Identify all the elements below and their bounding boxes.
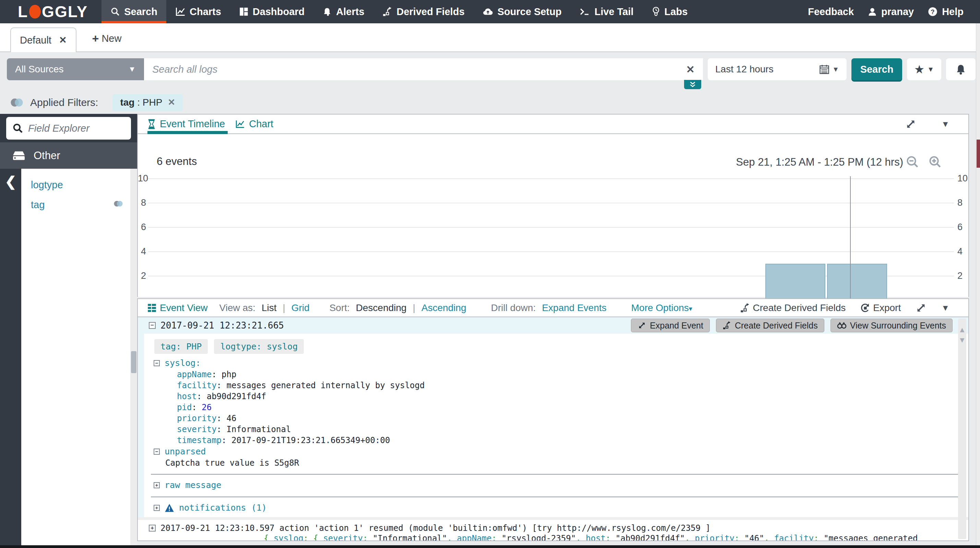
event-list-scrollbar[interactable]: ▲ ▼ [958,319,966,539]
page-scrollbar[interactable] [976,23,980,545]
event-row-header[interactable]: − 2017-09-21 12:23:21.665 Expand Event C… [138,317,968,334]
collapse-sidebar-chevron-icon[interactable]: ❮ [0,174,21,189]
collapse-panel-chevron-icon[interactable]: ▼ [941,303,950,313]
sidebar-field-tag[interactable]: tag [21,195,137,215]
nav-item-live-tail[interactable]: Live Tail [571,0,643,23]
scroll-up-icon[interactable]: ▲ [958,325,966,335]
sidebar-scrollbar-thumb[interactable] [131,351,137,373]
drive-icon [12,150,26,161]
create-derived-fields-button[interactable]: Create Derived Fields [740,303,846,314]
remove-filter-icon[interactable]: ✕ [168,97,175,108]
zoom-out-icon[interactable] [906,155,919,168]
histogram-bar-2[interactable] [827,264,887,300]
loggly-logo[interactable]: LGGLY [0,0,102,23]
close-icon[interactable]: ✕ [59,35,67,46]
view-as-grid-option[interactable]: Grid [291,303,310,314]
raw-message-label[interactable]: raw message [165,480,221,491]
main-content: Field Explorer Other ❮ logtype tag [0,114,980,545]
syslog-field-facility: facility: messages generated internally … [149,380,968,391]
notifications-section-header: + notifications (1) [149,502,968,514]
collapse-event-icon[interactable]: − [149,322,156,329]
alerts-bell-button[interactable] [946,58,975,80]
nav-item-user[interactable]: pranay [861,0,921,23]
view-as-list-option[interactable]: List [262,303,277,314]
chip-logtype-syslog[interactable]: logtype: syslog [214,339,304,354]
zoom-in-icon[interactable] [929,155,942,168]
expand-section-icon[interactable]: + [154,482,160,488]
derived-fields-icon [740,303,750,313]
nav-item-help[interactable]: ? Help [921,0,970,23]
question-icon: ? [928,6,938,17]
clear-search-icon[interactable]: ✕ [686,64,695,75]
tab-event-timeline[interactable]: Event Timeline [148,115,228,134]
source-selector[interactable]: All Sources ▼ [7,58,144,80]
expand-section-icon[interactable]: + [154,505,160,511]
time-range-picker[interactable]: Last 12 hours ▼ [708,58,846,80]
nav-item-derived-fields[interactable]: Derived Fields [374,0,474,23]
sidebar-scrollbar[interactable] [130,169,137,545]
create-derived-fields-event-button[interactable]: Create Derived Fields [716,319,824,332]
export-button[interactable]: Export [860,303,901,314]
sidebar-field-logtype[interactable]: logtype [21,175,137,195]
sidebar-search-area: Field Explorer [0,114,137,142]
saved-searches-button[interactable]: ★ ▼ [907,58,941,80]
button-label: View Surrounding Events [850,321,946,331]
expand-events-link[interactable]: Expand Events [542,303,606,314]
expand-panel-icon[interactable] [905,118,916,130]
sidebar-group-other[interactable]: Other [0,142,137,169]
workspace-tabstrip: Default ✕ + New [0,23,980,52]
bell-icon [955,64,967,75]
event-row-collapsed[interactable]: + 2017-09-21 12:23:10.597 action 'action… [138,520,968,541]
more-options-link[interactable]: More Options▾ [631,303,692,314]
expand-event-button[interactable]: Expand Event [631,319,710,332]
nav-item-search[interactable]: Search [102,0,166,23]
search-input[interactable]: Search all logs ✕ [144,58,703,80]
histogram-plot[interactable] [148,176,954,300]
separator: | [283,303,285,314]
event-separator [138,517,968,520]
unparsed-section-label: unparsed [165,446,206,457]
collapse-section-icon[interactable]: − [154,449,160,455]
nav-label: Dashboard [253,6,304,18]
toolbar-right: Create Derived Fields Export ▼ [740,302,950,314]
tab-chart[interactable]: Chart [235,115,276,134]
search-expand-chevrons-button[interactable] [684,80,701,89]
expand-panel-icon[interactable] [915,302,927,314]
y-axis-label-yl: 6 [138,222,146,233]
sort-descending-option[interactable]: Descending [356,303,407,314]
sort-ascending-option[interactable]: Ascending [422,303,466,314]
tab-default[interactable]: Default ✕ [10,27,76,52]
chip-tag-php[interactable]: tag: PHP [154,339,208,354]
filter-chip-tag-php[interactable]: tag : PHP ✕ [113,94,183,111]
field-explorer-search-input[interactable]: Field Explorer [6,117,131,140]
tab-label: Default [20,35,51,46]
grid-icon [148,303,156,312]
tab-label: Chart [249,118,273,130]
page-scrollbar-thumb[interactable] [977,140,980,168]
field-label: tag [31,199,45,210]
nav-label: Labs [665,6,688,18]
event-timestamp: 2017-09-21 12:23:21.665 [161,320,284,331]
nav-item-dashboard[interactable]: Dashboard [230,0,313,23]
logo-dot-icon [29,5,41,19]
expand-event-icon[interactable]: + [149,525,156,532]
view-surrounding-events-button[interactable]: View Surrounding Events [830,319,953,332]
new-tab-button[interactable]: + New [92,32,122,45]
collapse-panel-chevron-icon[interactable]: ▼ [941,119,950,129]
nav-item-labs[interactable]: Labs [643,0,697,23]
nav-item-feedback[interactable]: Feedback [801,0,861,23]
histogram-bar-1[interactable] [765,264,826,300]
tab-label: Event Timeline [160,118,225,130]
loggly-app: LGGLY Search Charts Dashboard Alerts Der… [0,0,980,548]
nav-item-alerts[interactable]: Alerts [313,0,373,23]
nav-item-charts[interactable]: Charts [166,0,230,23]
event-message: 2017-09-21 12:23:10.597 action 'action 1… [161,523,711,533]
notifications-label[interactable]: notifications (1) [179,502,267,514]
syslog-field-host: host: ab90d291fd4f [149,391,968,402]
scroll-down-icon[interactable]: ▼ [958,335,966,345]
search-button[interactable]: Search [851,58,902,80]
collapse-section-icon[interactable]: − [154,360,160,366]
nav-item-source-setup[interactable]: Source Setup [474,0,571,23]
nav-spacer [697,0,801,23]
button-label: Export [873,303,901,314]
